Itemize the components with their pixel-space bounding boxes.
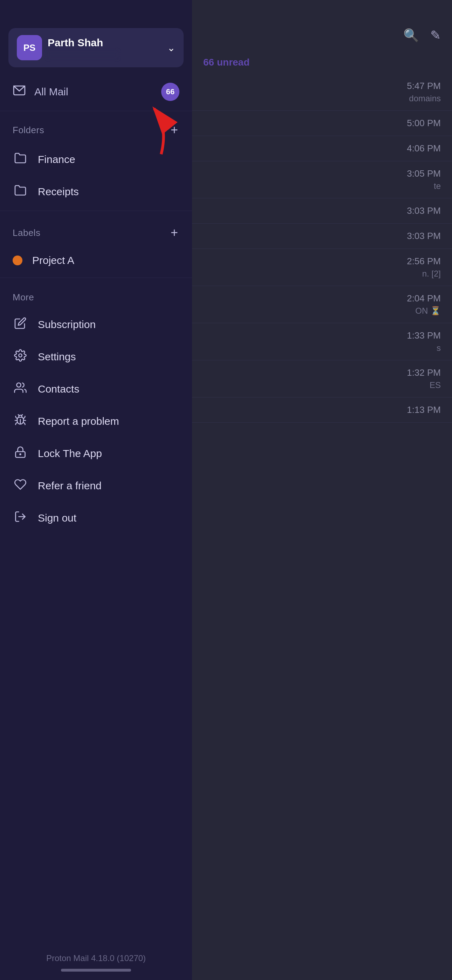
search-icon[interactable]: 🔍	[403, 28, 419, 43]
email-row: 4:06 PM	[192, 136, 452, 161]
email-row: 5:47 PM domains	[192, 73, 452, 111]
subscription-label: Subscription	[38, 318, 95, 331]
email-row: 1:33 PM s	[192, 323, 452, 360]
labels-section-header: Labels +	[0, 214, 192, 246]
unread-badge: 66	[161, 83, 180, 101]
email-panel: 🔍 ✎ 66 unread 5:47 PM domains 5:00 PM 4:…	[192, 0, 452, 980]
contacts-label: Contacts	[38, 383, 79, 395]
nav-item-subscription[interactable]: Subscription	[0, 309, 192, 341]
lock-app-label: Lock The App	[38, 448, 102, 460]
contacts-icon	[13, 381, 28, 397]
account-name: Parth Shah	[48, 37, 164, 49]
all-mail-row[interactable]: All Mail 66	[0, 73, 192, 111]
email-time: 2:56 PM	[407, 256, 441, 267]
mail-icon	[13, 84, 26, 100]
nav-item-lock-app[interactable]: Lock The App	[0, 438, 192, 470]
label-project-a-name: Project A	[32, 255, 74, 266]
add-folder-button[interactable]: +	[169, 123, 180, 138]
unread-count-label: 66 unread	[192, 54, 452, 73]
email-time: 3:03 PM	[407, 205, 441, 216]
home-indicator	[61, 969, 131, 972]
folders-section-header: Folders +	[0, 111, 192, 143]
divider-folders-labels	[0, 211, 192, 211]
email-time: 1:13 PM	[407, 404, 441, 415]
labels-label: Labels	[13, 228, 41, 238]
nav-item-sign-out[interactable]: Sign out	[0, 502, 192, 534]
refer-friend-label: Refer a friend	[38, 480, 102, 492]
nav-item-report-problem[interactable]: Report a problem	[0, 405, 192, 438]
divider-labels-more	[0, 278, 192, 278]
lock-icon	[13, 446, 28, 461]
pencil-icon	[13, 317, 28, 332]
email-time: 2:04 PM	[407, 293, 441, 304]
email-time: 1:32 PM	[407, 368, 441, 378]
folder-item-receipts[interactable]: Receipts	[0, 176, 192, 208]
nav-item-settings[interactable]: Settings	[0, 341, 192, 373]
svg-point-4	[20, 454, 21, 455]
add-label-button[interactable]: +	[169, 225, 180, 240]
bug-icon	[13, 414, 28, 429]
email-snippet: domains	[409, 94, 441, 103]
signout-icon	[13, 510, 28, 526]
nav-item-contacts[interactable]: Contacts	[0, 373, 192, 405]
more-label: More	[13, 292, 34, 303]
email-snippet: n. [2]	[422, 269, 441, 278]
email-snippet: s	[436, 343, 441, 353]
account-info: Parth Shah	[48, 37, 164, 59]
all-mail-label: All Mail	[34, 86, 161, 98]
compose-icon[interactable]: ✎	[430, 28, 441, 43]
email-snippet: te	[434, 181, 441, 191]
email-time: 5:00 PM	[407, 118, 441, 129]
email-time: 1:33 PM	[407, 330, 441, 341]
email-panel-header: 🔍 ✎	[192, 28, 452, 54]
more-section-header: More	[0, 281, 192, 309]
settings-label: Settings	[38, 351, 76, 363]
heart-icon	[13, 478, 28, 493]
report-problem-label: Report a problem	[38, 415, 119, 427]
label-item-project-a[interactable]: Project A	[0, 246, 192, 275]
folder-finance-label: Finance	[38, 154, 75, 165]
email-row: 1:13 PM	[192, 398, 452, 423]
account-header[interactable]: PS Parth Shah ⌄	[8, 28, 184, 67]
folder-icon	[13, 184, 28, 199]
gear-icon	[13, 349, 28, 364]
email-snippet: ES	[430, 380, 441, 390]
email-snippet: ON ⏳	[415, 306, 441, 316]
email-row: 1:32 PM ES	[192, 360, 452, 398]
folders-label: Folders	[13, 125, 44, 136]
avatar: PS	[17, 35, 42, 60]
chevron-down-icon: ⌄	[167, 42, 175, 54]
email-time: 3:03 PM	[407, 231, 441, 242]
email-time: 4:06 PM	[407, 143, 441, 154]
email-time: 5:47 PM	[407, 81, 441, 91]
folder-item-finance[interactable]: Finance	[0, 143, 192, 176]
email-row: 5:00 PM	[192, 111, 452, 136]
email-time: 3:05 PM	[407, 168, 441, 179]
email-row: 3:05 PM te	[192, 161, 452, 198]
email-row: 2:56 PM n. [2]	[192, 249, 452, 286]
folder-icon	[13, 152, 28, 167]
sidebar: PS Parth Shah ⌄ All Mail 66 Folders + Fi…	[0, 0, 192, 980]
nav-item-refer-friend[interactable]: Refer a friend	[0, 470, 192, 502]
sign-out-label: Sign out	[38, 512, 76, 524]
label-color-dot	[13, 256, 22, 265]
svg-point-2	[17, 383, 21, 387]
account-email-blur	[48, 51, 118, 59]
folder-receipts-label: Receipts	[38, 186, 79, 198]
email-row: 2:04 PM ON ⏳	[192, 286, 452, 323]
svg-point-1	[19, 354, 22, 357]
email-row: 3:03 PM	[192, 198, 452, 224]
version-text: Proton Mail 4.18.0 (10270)	[0, 942, 192, 980]
email-row: 3:03 PM	[192, 224, 452, 249]
